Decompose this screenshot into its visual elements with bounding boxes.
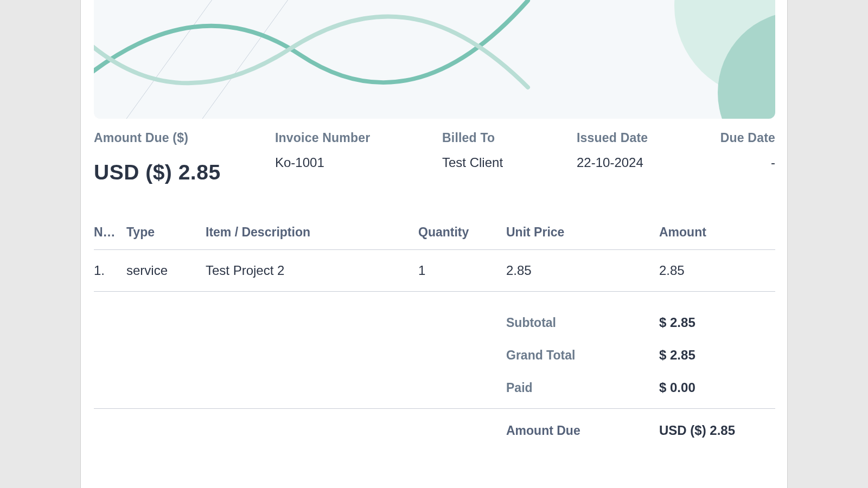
paid-value: $ 0.00 bbox=[659, 380, 775, 395]
th-type: Type bbox=[126, 225, 206, 240]
amount-due-total-value: USD ($) 2.85 bbox=[659, 423, 775, 438]
amount-due-total-label: Amount Due bbox=[506, 423, 659, 438]
amount-due-label: Amount Due ($) bbox=[94, 131, 275, 145]
meta-billed-to: Billed To Test Client bbox=[442, 131, 577, 184]
billed-to-label: Billed To bbox=[442, 131, 577, 145]
grand-total-line: Grand Total $ 2.85 bbox=[94, 339, 775, 371]
invoice-page: Amount Due ($) USD ($) 2.85 Invoice Numb… bbox=[80, 0, 788, 488]
amount-due-value: USD ($) 2.85 bbox=[94, 160, 275, 184]
table-row: 1. service Test Project 2 1 2.85 2.85 bbox=[94, 250, 775, 292]
meta-invoice-number: Invoice Number Ko-1001 bbox=[275, 131, 442, 184]
th-qty: Quantity bbox=[418, 225, 506, 240]
invoice-banner bbox=[94, 0, 775, 119]
meta-due-date: Due Date - bbox=[717, 131, 775, 184]
svg-rect-0 bbox=[94, 0, 775, 119]
amount-due-line: Amount Due USD ($) 2.85 bbox=[94, 414, 775, 447]
billed-to-value: Test Client bbox=[442, 155, 577, 170]
td-item: Test Project 2 bbox=[206, 263, 418, 278]
due-date-label: Due Date bbox=[720, 131, 775, 145]
totals-divider bbox=[94, 408, 775, 409]
th-item: Item / Description bbox=[206, 225, 418, 240]
totals-section: Subtotal $ 2.85 Grand Total $ 2.85 Paid … bbox=[94, 306, 775, 447]
subtotal-label: Subtotal bbox=[506, 316, 659, 330]
invoice-number-label: Invoice Number bbox=[275, 131, 442, 145]
subtotal-line: Subtotal $ 2.85 bbox=[94, 306, 775, 339]
line-items-table: N… Type Item / Description Quantity Unit… bbox=[94, 217, 775, 292]
grand-total-value: $ 2.85 bbox=[659, 348, 775, 363]
th-no: N… bbox=[94, 225, 126, 240]
paid-label: Paid bbox=[506, 381, 659, 395]
td-no: 1. bbox=[94, 263, 126, 278]
grand-total-label: Grand Total bbox=[506, 348, 659, 363]
td-amount: 2.85 bbox=[659, 263, 775, 278]
invoice-number-value: Ko-1001 bbox=[275, 155, 442, 170]
td-type: service bbox=[126, 263, 206, 278]
issued-date-label: Issued Date bbox=[577, 131, 717, 145]
meta-amount-due: Amount Due ($) USD ($) 2.85 bbox=[94, 131, 275, 184]
th-price: Unit Price bbox=[506, 225, 659, 240]
subtotal-value: $ 2.85 bbox=[659, 315, 775, 330]
invoice-meta-row: Amount Due ($) USD ($) 2.85 Invoice Numb… bbox=[94, 131, 775, 184]
paid-line: Paid $ 0.00 bbox=[94, 371, 775, 404]
meta-issued-date: Issued Date 22-10-2024 bbox=[577, 131, 717, 184]
banner-graphic bbox=[94, 0, 775, 119]
due-date-value: - bbox=[771, 155, 775, 170]
td-qty: 1 bbox=[418, 263, 506, 278]
issued-date-value: 22-10-2024 bbox=[577, 155, 717, 170]
th-amount: Amount bbox=[659, 225, 775, 240]
table-header-row: N… Type Item / Description Quantity Unit… bbox=[94, 217, 775, 250]
td-price: 2.85 bbox=[506, 263, 659, 278]
